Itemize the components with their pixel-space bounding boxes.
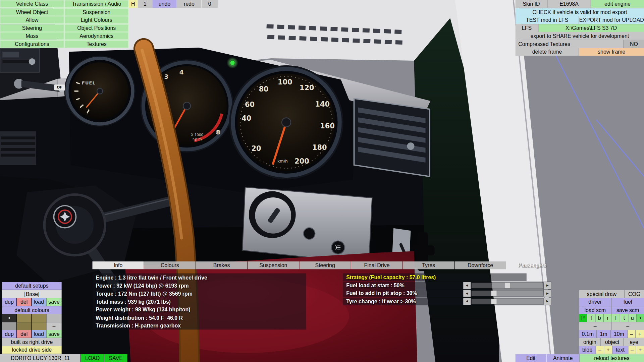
grid-minus-button[interactable]: – bbox=[628, 330, 635, 338]
save-scm-button[interactable]: save scm bbox=[611, 306, 644, 314]
view-letter-button-dot[interactable]: • bbox=[637, 314, 644, 322]
text-plus-button[interactable]: + bbox=[636, 346, 644, 354]
tab-tyres[interactable]: Tyres bbox=[403, 261, 454, 269]
eye-button[interactable]: eye bbox=[624, 338, 644, 346]
setup-load-button[interactable]: load bbox=[32, 298, 46, 306]
locked-drive-side-button[interactable]: locked drive side bbox=[2, 346, 62, 354]
menu-item-wheel-object[interactable]: Wheel Object bbox=[0, 8, 64, 16]
colour-swatch-none[interactable]: – bbox=[46, 322, 61, 330]
edit-button[interactable]: Edit bbox=[516, 354, 546, 362]
edit-engine-button[interactable]: edit engine bbox=[591, 0, 644, 8]
text-button[interactable]: text bbox=[612, 346, 628, 354]
tyre-change-increase-button[interactable]: ► bbox=[544, 298, 551, 305]
tab-suspension[interactable]: Suspension bbox=[248, 261, 299, 269]
colour-swatch-selected[interactable]: • bbox=[2, 314, 16, 322]
menu-item-steering[interactable]: Steering bbox=[0, 24, 64, 32]
object-button[interactable]: object bbox=[601, 338, 623, 346]
dash-button-left[interactable]: – bbox=[579, 322, 611, 330]
menu-item-textures[interactable]: Textures bbox=[64, 40, 128, 48]
fuel-load-slider[interactable] bbox=[472, 283, 543, 288]
view-letter-button-l[interactable]: l bbox=[612, 314, 620, 322]
compressed-textures-value[interactable]: NO bbox=[624, 40, 644, 48]
colour-swatch[interactable] bbox=[17, 322, 31, 330]
dash-button-right[interactable]: – bbox=[611, 322, 644, 330]
fuel-load-slider-handle[interactable] bbox=[504, 283, 510, 288]
tyre-change-slider-handle[interactable] bbox=[491, 299, 497, 304]
load-button[interactable]: LOAD bbox=[81, 354, 104, 362]
tab-steering[interactable]: Steering bbox=[300, 261, 351, 269]
frame-index[interactable]: 0 bbox=[202, 0, 218, 8]
built-as-right-drive-label[interactable]: built as right drive bbox=[2, 338, 62, 346]
colour-swatch[interactable] bbox=[2, 322, 16, 330]
text-minus-button[interactable]: – bbox=[628, 346, 636, 354]
tab-final-drive[interactable]: Final Drive bbox=[351, 261, 402, 269]
pit-fuel-slider[interactable] bbox=[472, 291, 543, 296]
driver-button[interactable]: driver bbox=[579, 298, 611, 306]
tyre-change-decrease-button[interactable]: ◄ bbox=[463, 298, 471, 305]
default-setups-button[interactable]: default setups bbox=[2, 282, 62, 290]
menu-item-allow[interactable]: Allow bbox=[0, 16, 64, 24]
pit-fuel-increase-button[interactable]: ► bbox=[544, 290, 551, 297]
cog-button[interactable]: COG bbox=[625, 290, 644, 298]
colour-load-button[interactable]: load bbox=[32, 330, 46, 338]
grid-01m-button[interactable]: 0.1m bbox=[579, 330, 596, 338]
grid-1m-button[interactable]: 1m bbox=[597, 330, 610, 338]
menu-item-vehicle-class[interactable]: Vehicle Class bbox=[0, 0, 64, 8]
default-colours-button[interactable]: default colours bbox=[2, 306, 62, 314]
tab-downforce[interactable]: Downforce bbox=[455, 261, 506, 269]
skin-id-label[interactable]: Skin ID bbox=[516, 0, 547, 8]
fuel-button[interactable]: fuel bbox=[611, 298, 644, 306]
delete-frame-button[interactable]: delete frame bbox=[516, 48, 579, 56]
skin-id-value[interactable]: E1698A bbox=[547, 0, 591, 8]
view-letter-button-t[interactable]: t bbox=[620, 314, 628, 322]
fuel-load-decrease-button[interactable]: ◄ bbox=[463, 282, 471, 289]
tab-passengers[interactable]: Passengers bbox=[506, 261, 558, 269]
special-draw-button[interactable]: special draw bbox=[579, 290, 625, 298]
history-toggle-button[interactable]: H bbox=[128, 0, 138, 8]
compressed-textures-label[interactable]: Compressed Textures bbox=[516, 40, 624, 48]
tab-brakes[interactable]: Brakes bbox=[196, 261, 247, 269]
animate-button[interactable]: Animate bbox=[547, 354, 579, 362]
base-setup-item[interactable]: [Base] bbox=[2, 290, 62, 298]
pit-fuel-slider-handle[interactable] bbox=[491, 291, 497, 296]
origin-button[interactable]: origin bbox=[579, 338, 601, 346]
colour-swatch[interactable] bbox=[32, 322, 46, 330]
menu-item-mass[interactable]: Mass bbox=[0, 32, 64, 40]
colour-swatch[interactable] bbox=[17, 314, 31, 322]
colour-swatch[interactable] bbox=[46, 314, 61, 322]
colour-dup-button[interactable]: dup bbox=[2, 330, 16, 338]
menu-item-light-colours[interactable]: Light Colours bbox=[64, 16, 128, 24]
view-letter-button-u[interactable]: u bbox=[628, 314, 636, 322]
vehicle-name-field[interactable]: DORITO LUCY 130R_11 bbox=[0, 354, 80, 362]
frame-count[interactable]: 1 bbox=[138, 0, 152, 8]
blob-button[interactable]: blob bbox=[579, 346, 596, 354]
fuel-load-increase-button[interactable]: ► bbox=[544, 282, 551, 289]
tab-colours[interactable]: Colours bbox=[144, 261, 196, 269]
test-mod-button[interactable]: TEST mod in LFS bbox=[516, 16, 579, 24]
tab-info[interactable]: Info bbox=[93, 261, 144, 269]
view-letter-button-b[interactable]: b bbox=[596, 314, 603, 322]
lfs-path[interactable]: X:\Games\LFS S3 7D bbox=[538, 24, 644, 32]
blob-minus-button[interactable]: – bbox=[596, 346, 604, 354]
menu-item-transmission-audio[interactable]: Transmission / Audio bbox=[64, 0, 128, 8]
menu-item-configurations[interactable]: Configurations bbox=[0, 40, 64, 48]
show-frame-button[interactable]: show frame bbox=[579, 48, 644, 56]
setup-dup-button[interactable]: dup bbox=[2, 298, 16, 306]
lfs-button[interactable]: LFS bbox=[516, 24, 538, 32]
menu-item-object-positions[interactable]: Object Positions bbox=[64, 24, 128, 32]
view-letter-button-r[interactable]: r bbox=[604, 314, 611, 322]
grid-10m-button[interactable]: 10m bbox=[611, 330, 627, 338]
blob-plus-button[interactable]: + bbox=[604, 346, 612, 354]
setup-del-button[interactable]: del bbox=[17, 298, 31, 306]
setup-save-button[interactable]: save bbox=[46, 298, 61, 306]
undo-button[interactable]: undo bbox=[152, 0, 176, 8]
view-letter-button-f[interactable]: f bbox=[587, 314, 595, 322]
check-valid-button[interactable]: CHECK if vehicle is valid for mod export bbox=[516, 8, 644, 16]
save-button[interactable]: SAVE bbox=[104, 354, 127, 362]
reload-textures-button[interactable]: reload textures bbox=[580, 354, 644, 362]
load-scm-button[interactable]: load scm bbox=[579, 306, 611, 314]
export-mod-button[interactable]: EXPORT mod for UPLOAD bbox=[579, 16, 644, 24]
tyre-change-slider[interactable] bbox=[472, 299, 543, 304]
colour-del-button[interactable]: del bbox=[17, 330, 31, 338]
redo-button[interactable]: redo bbox=[177, 0, 201, 8]
